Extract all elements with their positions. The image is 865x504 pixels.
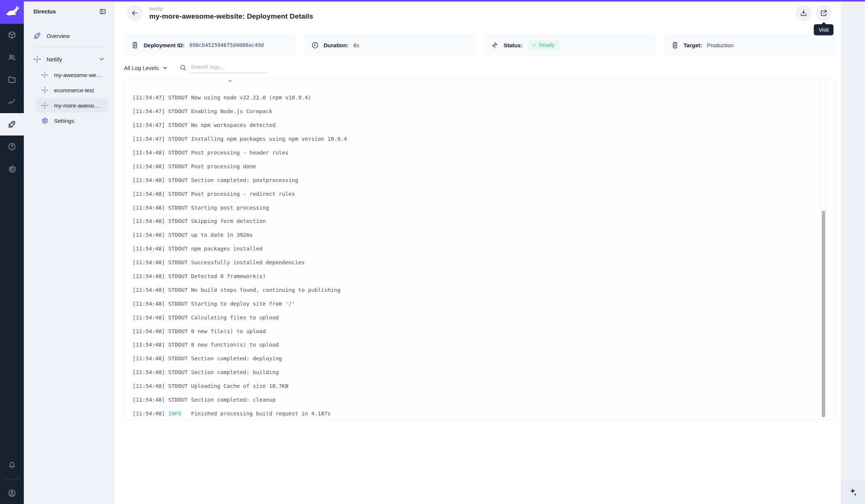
- folder-icon: [7, 75, 16, 84]
- card-label: Duration:: [324, 42, 349, 48]
- collapse-nav-button[interactable]: [99, 8, 106, 15]
- nav-item-settings[interactable]: Settings: [36, 114, 109, 128]
- nav-item-overview[interactable]: Overview: [28, 28, 109, 43]
- svg-text:n: n: [36, 57, 39, 62]
- log-level: STDOUT: [168, 191, 188, 197]
- log-level: STDOUT: [168, 232, 188, 238]
- account-icon: [7, 489, 16, 498]
- chevron-down-icon[interactable]: [98, 56, 105, 63]
- log-search: [179, 63, 267, 73]
- back-button[interactable]: [127, 5, 143, 21]
- log-line: [11:54:48] STDOUT 0 new file(s) to uploa…: [133, 324, 818, 338]
- deployment-id-value: 698cb4525946f5d4088ac49d: [189, 42, 264, 48]
- users-icon: [7, 53, 16, 62]
- gear-icon: [40, 117, 49, 124]
- log-timestamp: [11:54:48]: [133, 232, 165, 238]
- log-level: STDOUT: [168, 301, 188, 307]
- nav-item-site-my-awesome-website[interactable]: n my-awesome-we…: [36, 68, 109, 82]
- log-message: Installing npm packages using npm versio…: [191, 136, 347, 142]
- log-line: [11:54:48] STDOUT Post processing done: [133, 159, 818, 173]
- module-settings[interactable]: [0, 158, 24, 180]
- log-message: Starting to deploy site from '/': [191, 301, 295, 307]
- log-timestamp: [11:54:48]: [133, 205, 165, 211]
- log-timestamp: [11:54:48]: [133, 163, 165, 169]
- log-line: [11:54:48] STDOUT Uploading Cache of siz…: [133, 379, 818, 393]
- log-message: 0 new file(s) to upload: [191, 328, 266, 334]
- log-message: Uploading Cache of size 10.7KB: [191, 383, 288, 389]
- log-timestamp: [11:54:48]: [133, 383, 165, 389]
- account-button[interactable]: [0, 482, 24, 504]
- log-timestamp: [11:54:48]: [133, 150, 165, 156]
- log-timestamp: [11:54:47]: [133, 108, 165, 114]
- log-timestamp: [11:54:48]: [133, 287, 165, 293]
- title-block: Netlify my-more-awesome-website: Deploym…: [149, 6, 313, 20]
- log-level: INFO: [168, 411, 188, 417]
- netlify-icon: n: [40, 86, 49, 94]
- log-viewer[interactable]: [11:54:47] STDOUT Now using node v22.22.…: [124, 78, 836, 420]
- main-content: Netlify my-more-awesome-website: Deploym…: [115, 0, 841, 504]
- log-line: [11:54:47] STDOUT Enabling Node.js Corep…: [133, 105, 818, 118]
- log-timestamp: [11:54:48]: [133, 355, 165, 361]
- log-message: Section completed: cleanup: [191, 397, 275, 403]
- log-line: [11:54:48] STDOUT Starting to deploy sit…: [133, 297, 818, 310]
- log-line: [11:54:48] STDOUT up to date in 392ms: [133, 228, 818, 242]
- log-level: STDOUT: [168, 287, 188, 293]
- log-line: [11:54:48] STDOUT Section completed: dep…: [133, 352, 818, 366]
- log-lines: [11:54:47] STDOUT Now using node v22.22.…: [124, 79, 835, 420]
- module-help[interactable]: [0, 135, 24, 158]
- log-level: STDOUT: [168, 355, 188, 361]
- insights-icon: [7, 98, 16, 106]
- log-timestamp: [11:54:48]: [133, 273, 165, 279]
- module-netlify-extension[interactable]: [0, 113, 24, 135]
- log-line: [11:54:48] STDOUT Post processing - head…: [133, 146, 818, 160]
- nav-item-site-my-more-awesome-website[interactable]: n my-more-aweso…: [36, 98, 109, 112]
- log-level: STDOUT: [168, 328, 188, 334]
- clipboard-icon: [671, 41, 679, 49]
- log-level-select[interactable]: All Log Levels: [124, 65, 168, 71]
- search-icon: [179, 64, 187, 71]
- check-icon: ✓: [532, 42, 536, 48]
- log-message: Section completed: postprocessing: [191, 177, 298, 183]
- log-level: STDOUT: [168, 259, 188, 265]
- log-line: [11:54:47] STDOUT No npm workspaces dete…: [133, 118, 818, 132]
- search-logs-input[interactable]: [191, 63, 267, 73]
- log-line: [11:54:48] STDOUT Skipping form detectio…: [133, 214, 818, 228]
- log-message: Successfully installed dependencies: [191, 259, 305, 265]
- log-scrollbar-track[interactable]: [821, 80, 826, 418]
- log-timestamp: [11:54:48]: [133, 397, 165, 403]
- log-line: [11:54:47] STDOUT Installing npm package…: [133, 132, 818, 146]
- notifications-button[interactable]: [0, 454, 24, 476]
- clipped-log-line: [229, 80, 232, 82]
- ai-assistant-button[interactable]: [841, 480, 865, 504]
- log-level: STDOUT: [168, 315, 188, 320]
- module-users[interactable]: [0, 46, 24, 68]
- project-name: Directus: [33, 8, 56, 15]
- netlify-icon: n: [40, 71, 49, 79]
- status-badge: ✓ Ready: [527, 40, 559, 50]
- module-files[interactable]: [0, 68, 24, 91]
- log-message: Starting post processing: [191, 205, 269, 211]
- page-title: my-more-awesome-website: Deployment Deta…: [149, 12, 313, 20]
- log-timestamp: [11:54:48]: [133, 301, 165, 307]
- directus-logo[interactable]: [0, 0, 24, 24]
- nav-item-site-ecommerce-test[interactable]: n ecommerce-test: [36, 83, 109, 97]
- nav-items: Overview n Netlify: [24, 23, 115, 133]
- log-timestamp: [11:54:48]: [133, 177, 165, 183]
- log-level: STDOUT: [168, 163, 188, 169]
- log-scrollbar-thumb[interactable]: [822, 211, 825, 417]
- module-insights[interactable]: [0, 91, 24, 113]
- log-message: npm packages installed: [191, 246, 262, 252]
- log-message: Detected 0 framework(s): [191, 273, 266, 279]
- clipboard-icon: [131, 41, 139, 49]
- log-line: [11:54:48] STDOUT Section completed: bui…: [133, 366, 818, 379]
- log-level: STDOUT: [168, 369, 188, 375]
- nav-item-label: my-awesome-we…: [54, 72, 102, 78]
- module-content[interactable]: [0, 24, 24, 46]
- sparkle-icon: [848, 487, 858, 497]
- log-line: [11:54:48] STDOUT 0 new function(s) to u…: [133, 338, 818, 352]
- log-line: [11:54:48] STDOUT npm packages installed: [133, 242, 818, 256]
- visit-site-button[interactable]: [815, 5, 832, 21]
- download-logs-button[interactable]: [795, 5, 812, 21]
- nav-item-netlify-group[interactable]: n Netlify: [28, 52, 109, 67]
- log-line: [11:54:48] STDOUT Detected 0 framework(s…: [133, 269, 818, 283]
